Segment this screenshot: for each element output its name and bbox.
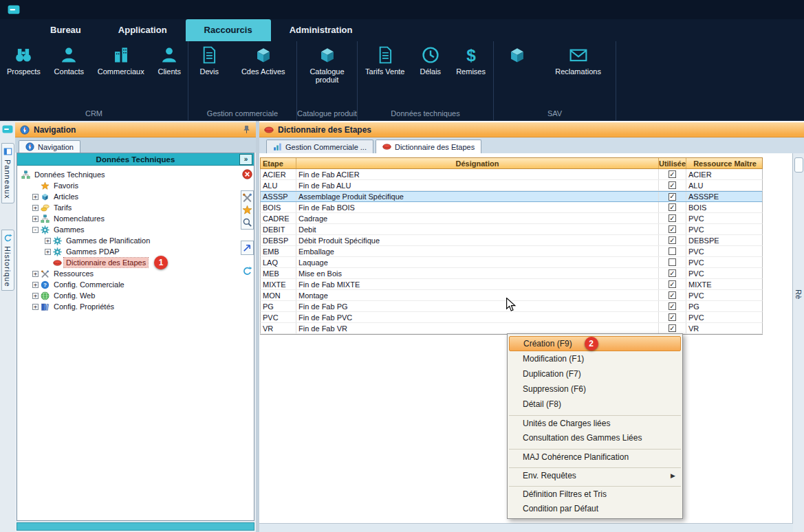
pin-icon[interactable] xyxy=(242,125,251,134)
used-checkbox[interactable] xyxy=(669,225,676,233)
tree-item-articles[interactable]: + Articles xyxy=(17,191,254,202)
context-menu-item[interactable]: MAJ Cohérence Planification xyxy=(509,449,681,464)
used-checkbox[interactable] xyxy=(669,214,676,222)
used-checkbox[interactable] xyxy=(669,193,676,201)
table-row[interactable]: MON Montage PVC xyxy=(260,290,763,301)
prospects-button[interactable]: Prospects xyxy=(7,46,41,76)
expand-toggle[interactable]: + xyxy=(32,216,39,222)
context-menu-item[interactable]: Consultation des Gammes Liées xyxy=(509,430,681,445)
tab-navigation[interactable]: Navigation xyxy=(19,140,80,153)
column-header-etape[interactable]: Etape xyxy=(261,158,296,168)
expand-toggle[interactable]: - xyxy=(32,227,39,233)
context-menu-item[interactable]: Création (F9) 2 xyxy=(509,336,681,351)
catalogue-produit-button[interactable]: Catalogue produit xyxy=(302,46,353,84)
collapse-tree-button[interactable]: » xyxy=(239,154,252,165)
expand-toggle[interactable]: + xyxy=(45,249,51,255)
delais-button[interactable]: Délais xyxy=(420,46,442,76)
tree-item-gammes-pdap[interactable]: + Gammes PDAP xyxy=(17,246,254,257)
goto-button[interactable] xyxy=(242,243,252,253)
tab-dictionnaire-des-etapes[interactable]: Dictionnaire des Etapes xyxy=(376,140,481,153)
refresh-button[interactable] xyxy=(242,266,252,276)
table-row[interactable]: ACIER Fin de Fab ACIER ACIER xyxy=(260,169,763,180)
used-checkbox[interactable] xyxy=(669,258,676,266)
expand-toggle[interactable]: + xyxy=(32,271,39,277)
tree-item-config-proprietes[interactable]: + Config. Propriétés xyxy=(17,301,254,312)
tree-item-dictionnaire-des-etapes[interactable]: Dictionnaire des Etapes 1 xyxy=(17,257,254,268)
collapsed-panel-label[interactable]: Rè xyxy=(794,289,803,299)
table-row[interactable]: MIXTE Fin de Fab MIXTE MIXTE xyxy=(260,279,763,290)
table-row[interactable]: DEBIT Debit PVC xyxy=(260,224,763,235)
dock-tab-historique[interactable]: Historique xyxy=(1,230,14,291)
tab-application[interactable]: Application xyxy=(100,19,186,41)
tree-item-donnees-techniques[interactable]: Données Techniques xyxy=(17,169,254,180)
tree-item-gammes[interactable]: - Gammes xyxy=(17,224,254,235)
tarifs-vente-button[interactable]: Tarifs Vente xyxy=(365,46,404,76)
devis-button[interactable]: Devis xyxy=(199,46,219,76)
tree-item-favoris[interactable]: Favoris xyxy=(17,180,254,191)
table-row[interactable]: PG Fin de Fab PG PG xyxy=(260,301,763,312)
reclamations-button[interactable]: Reclamations xyxy=(555,46,601,76)
table-row[interactable]: ALU Fin de Fab ALU ALU xyxy=(260,180,763,191)
tree-item-config-commerciale[interactable]: + Config. Commerciale xyxy=(17,279,254,290)
expand-toggle[interactable]: + xyxy=(45,238,51,244)
collapsed-panel-handle[interactable] xyxy=(794,157,803,173)
nav-horizontal-scrollbar[interactable] xyxy=(17,522,254,531)
column-header-utilisee[interactable]: Utilisée xyxy=(659,158,686,168)
used-checkbox[interactable] xyxy=(669,291,676,299)
tab-administration[interactable]: Administration xyxy=(271,19,371,41)
used-checkbox[interactable] xyxy=(669,313,676,321)
commerciaux-button[interactable]: Commerciaux xyxy=(98,46,144,76)
expand-toggle[interactable]: + xyxy=(32,282,39,288)
tree-item-ressources[interactable]: + Ressources xyxy=(17,268,254,279)
context-menu-item[interactable]: Unités de Charges liées xyxy=(509,415,681,430)
expand-toggle[interactable]: + xyxy=(32,293,39,299)
tab-gestion-commerciale[interactable]: Gestion Commerciale ... xyxy=(266,140,373,153)
context-menu-item[interactable]: Env. Requêtes ▶ xyxy=(509,467,681,483)
used-checkbox[interactable] xyxy=(669,181,676,189)
tree-item-gammes-de-planification[interactable]: + Gammes de Planification xyxy=(17,235,254,246)
app-icon-small[interactable] xyxy=(1,124,14,135)
used-checkbox[interactable] xyxy=(669,324,676,332)
table-row[interactable]: PVC Fin de Fab PVC PVC xyxy=(260,312,763,323)
used-checkbox[interactable] xyxy=(669,302,676,310)
tree-item-nomenclatures[interactable]: + Nomenclatures xyxy=(17,213,254,224)
context-menu-item[interactable]: Condition par Défaut xyxy=(509,501,681,516)
expand-toggle[interactable]: + xyxy=(32,304,39,310)
table-row[interactable]: CADRE Cadrage PVC xyxy=(260,213,763,224)
table-row[interactable]: ASSSP Assemblage Produit Spécifique ASSS… xyxy=(260,191,763,202)
tree-item-tarifs[interactable]: + Tarifs xyxy=(17,202,254,213)
table-row[interactable]: VR Fin de Fab VR VR xyxy=(260,323,763,334)
context-menu-item[interactable]: Détail (F8) xyxy=(509,397,681,412)
tools-button[interactable] xyxy=(242,192,252,203)
used-checkbox[interactable] xyxy=(669,170,676,178)
table-row[interactable]: EMB Emballage PVC xyxy=(260,246,763,257)
expand-toggle[interactable]: + xyxy=(32,194,39,200)
contacts-button[interactable]: Contacts xyxy=(54,46,84,76)
context-menu-item[interactable]: Définition Filtres et Tris xyxy=(509,486,681,501)
dock-tab-panneaux[interactable]: Panneaux xyxy=(1,143,14,203)
context-menu-item[interactable]: Suppression (F6) xyxy=(509,381,681,397)
search-button[interactable] xyxy=(242,217,252,228)
column-header-designation[interactable]: Désignation xyxy=(296,158,659,168)
remises-button[interactable]: Remises xyxy=(456,46,486,76)
used-checkbox[interactable] xyxy=(669,236,676,244)
context-menu-item[interactable]: Duplication (F7) xyxy=(509,366,681,381)
table-row[interactable]: LAQ Laquage PVC xyxy=(260,257,763,268)
favorites-button[interactable] xyxy=(242,205,252,215)
used-checkbox[interactable] xyxy=(669,247,676,255)
close-button[interactable] xyxy=(242,169,252,179)
table-row[interactable]: DEBSP Débit Produit Spécifique DEBSPE xyxy=(260,235,763,246)
tab-bureau[interactable]: Bureau xyxy=(32,19,100,41)
column-header-ressource-maitre[interactable]: Ressource Maître xyxy=(686,158,763,168)
clients-button[interactable]: Clients xyxy=(157,46,181,76)
cdes-actives-button[interactable]: Cdes Actives xyxy=(241,46,285,76)
context-menu-item[interactable]: Modification (F1) xyxy=(509,351,681,366)
used-checkbox[interactable] xyxy=(669,269,676,277)
used-checkbox[interactable] xyxy=(669,280,676,288)
tab-raccourcis[interactable]: Raccourcis xyxy=(186,19,271,41)
cdes-actives-sav-button[interactable] xyxy=(508,46,526,67)
table-row[interactable]: MEB Mise en Bois PVC xyxy=(260,268,763,279)
table-row[interactable]: BOIS Fin de Fab BOIS BOIS xyxy=(260,202,763,213)
used-checkbox[interactable] xyxy=(669,203,676,211)
expand-toggle[interactable]: + xyxy=(32,205,39,211)
